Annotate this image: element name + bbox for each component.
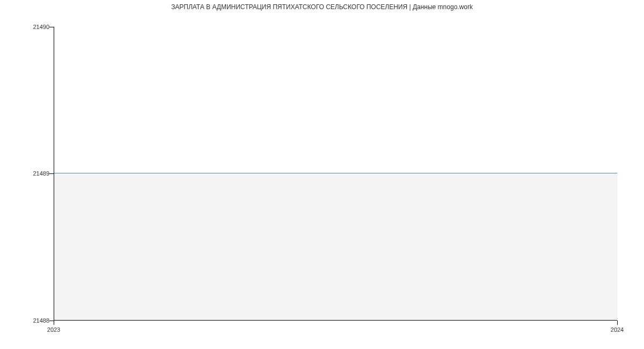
y-tick: [49, 321, 54, 321]
y-tick-label: 21489: [33, 170, 49, 177]
y-tick-label: 21488: [33, 317, 49, 324]
x-tick-label: 2024: [611, 326, 624, 333]
y-tick: [49, 27, 54, 27]
x-tick: [54, 321, 54, 325]
plot-area: [54, 27, 617, 321]
area-fill: [54, 173, 617, 320]
chart-title: ЗАРПЛАТА В АДМИНИСТРАЦИЯ ПЯТИХАТСКОГО СЕ…: [0, 3, 644, 11]
x-tick-label: 2023: [47, 326, 60, 333]
x-tick: [617, 321, 618, 325]
series-line: [54, 173, 617, 173]
chart-container: ЗАРПЛАТА В АДМИНИСТРАЦИЯ ПЯТИХАТСКОГО СЕ…: [0, 0, 644, 349]
y-tick-label: 21490: [33, 24, 49, 30]
y-tick: [49, 173, 54, 174]
